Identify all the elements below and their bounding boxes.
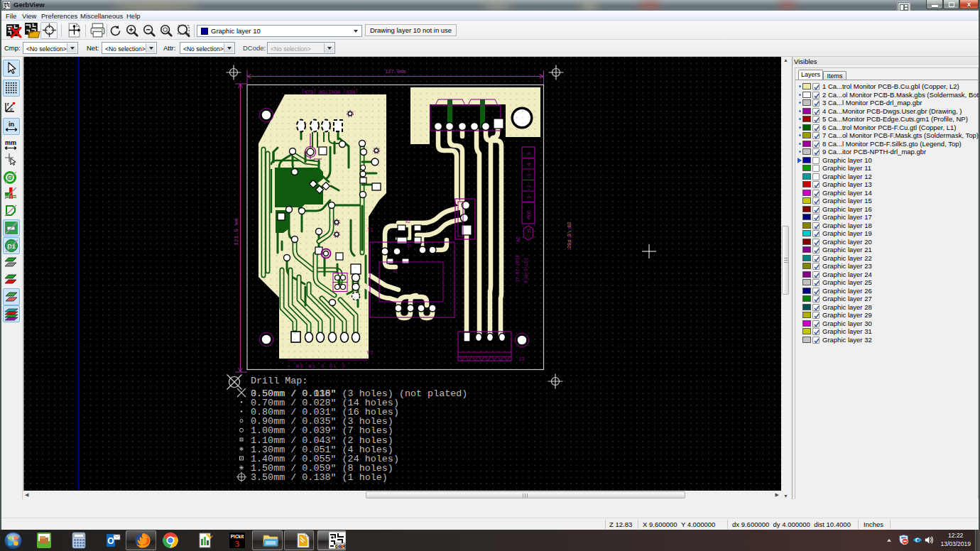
svg-text:in: in: [9, 121, 14, 128]
svg-text:Q1: Q1: [407, 244, 412, 249]
svg-text:4: 4: [526, 163, 532, 165]
svg-text:17-07-2018: 17-07-2018: [516, 255, 521, 283]
svg-text:r: r: [7, 102, 9, 107]
svg-text:J3: J3: [518, 356, 524, 362]
svg-text:R2: R2: [405, 219, 410, 224]
svg-text:GBR: GBR: [335, 544, 346, 549]
svg-text:(REV) MONITOR [02A]: (REV) MONITOR [02A]: [301, 89, 358, 94]
svg-text:127.0mm: 127.0mm: [385, 69, 405, 75]
svg-text:1: 1: [526, 196, 532, 199]
svg-text:+ WS WL O OL O: + WS WL O OL O: [288, 364, 347, 369]
svg-text:20d 3\ 02: 20d 3\ 02: [567, 222, 572, 249]
svg-text:1S: 1S: [527, 228, 532, 234]
svg-text:AD: AD: [516, 236, 521, 242]
svg-text:3.50mm / 0.138" (1 hole): 3.50mm / 0.138" (1 hole): [251, 472, 388, 483]
svg-text:3: 3: [526, 174, 532, 177]
svg-text:121.9 mm: 121.9 mm: [233, 218, 239, 246]
svg-text:3.50mm / 0.138": 3.50mm / 0.138": [251, 388, 337, 399]
svg-text:MOD: MOD: [527, 210, 532, 219]
svg-text:5: 5: [526, 152, 532, 155]
svg-text:F3dr3\LD2: F3dr3\LD2: [524, 258, 529, 283]
svg-text:U1: U1: [393, 269, 398, 274]
svg-text:mm: mm: [5, 139, 16, 146]
svg-text:3: 3: [235, 538, 240, 549]
svg-text:O: O: [107, 536, 114, 546]
svg-text:2: 2: [526, 185, 532, 187]
svg-text:θ: θ: [10, 107, 13, 112]
svg-text:Drill Map:: Drill Map:: [251, 376, 307, 386]
